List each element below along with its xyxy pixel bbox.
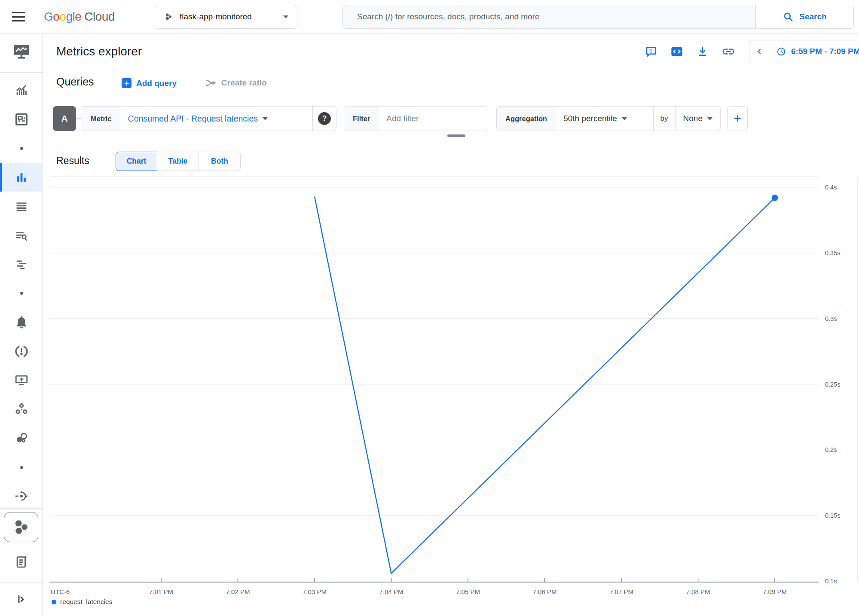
expand-panel-icon [15,593,28,606]
metric-label: Metric [82,107,120,131]
feedback-button[interactable] [643,43,659,60]
x-axis-label: 7:04 PM [379,588,404,595]
filter-input[interactable] [379,107,499,131]
sidebar-item-screen-monitor[interactable] [0,366,43,394]
dashboard-icon [14,112,29,127]
feedback-icon [645,45,657,58]
time-range-value: 6:59 PM - 7:09 PM [791,47,859,56]
search-button[interactable]: Search [755,5,853,28]
results-section: Results Chart Table Both [43,147,859,176]
dot-icon [20,292,23,295]
x-axis-label: 7:05 PM [456,588,480,595]
sidebar-item-monitoring-home[interactable] [0,37,43,66]
filter-group: Filter [344,106,487,131]
dot-icon [20,147,23,150]
sidebar-item-error-reporting[interactable] [0,337,43,366]
sidebar-item-node-circles[interactable] [0,395,43,423]
group-by-value: None [683,114,703,123]
project-selector[interactable]: flask-app-monitored [155,5,297,29]
list-icon [14,199,29,213]
dropdown-arrow-icon [622,117,627,120]
sidebar-item-release-notes[interactable] [0,548,43,576]
time-range-button[interactable]: 6:59 PM - 7:09 PM [769,46,859,57]
metric-dropdown[interactable]: Consumed API - Request latencies [120,114,312,124]
list-search-icon [14,228,29,243]
x-axis-label: 7:03 PM [303,588,327,595]
view-toggle: Chart Table Both [116,152,241,171]
query-letter-badge[interactable]: A [53,106,76,131]
aggregation-label: Aggregation [497,107,556,131]
collapse-left-button[interactable] [749,40,769,63]
sidebar-item-integrations[interactable] [0,482,43,510]
logo-letter: e [75,10,81,24]
code-button[interactable] [669,43,685,60]
logo-product: Cloud [84,10,115,24]
results-title: Results [56,147,89,174]
metric-help: ? [313,107,336,131]
tab-table[interactable]: Table [157,152,199,171]
sidebar-divider [0,508,43,509]
sort-lines-icon [14,257,29,271]
x-axis-label: 7:02 PM [226,588,250,595]
sidebar-divider [0,72,43,73]
help-button[interactable]: ? [318,112,331,125]
dropdown-arrow-icon [263,117,268,120]
cluster-circles-icon [14,431,29,445]
legend-dot-icon [52,600,56,604]
sidebar-item-project-hexagons[interactable] [4,512,38,542]
y-axis-label: 0.4s [825,184,837,191]
sidebar-divider [0,582,43,582]
sidebar-item-overview[interactable] [0,76,43,104]
merge-arrow-icon [205,79,217,87]
y-axis-label: 0.2s [825,446,837,453]
metric-value: Consumed API - Request latencies [128,114,258,124]
sidebar-item-list[interactable] [0,192,43,220]
y-axis-label: 0.1s [825,578,837,585]
bar-chart-icon [14,170,29,185]
sidebar-item-dot[interactable] [0,134,43,162]
group-by-dropdown[interactable]: None [676,114,720,123]
monitoring-logo-icon [12,43,31,60]
create-ratio-button[interactable]: Create ratio [205,78,267,88]
header-actions [643,34,737,69]
tab-chart[interactable]: Chart [116,152,157,171]
project-name: flask-app-monitored [180,12,277,21]
dot-icon [20,466,23,469]
timezone-label: UTC-6 [51,588,70,595]
aggregation-dropdown[interactable]: 50th percentile [556,114,653,123]
chart-plot-area[interactable]: 0.4s0.35s0.3s0.25s0.2s0.15s0.1sUTC-67:01… [43,176,859,616]
sidebar-item-alerting[interactable] [0,308,43,336]
chart-legend[interactable]: request_latencies [52,598,113,606]
sidebar-item-sort-lines[interactable] [0,250,43,278]
download-icon [696,45,709,58]
sidebar-item-cluster-circles[interactable] [0,424,43,452]
sidebar-expand-button[interactable] [0,585,43,613]
line-chart-icon [14,83,29,98]
search-input[interactable] [343,5,755,28]
search-button-label: Search [799,12,826,21]
sidebar-item-dot[interactable] [0,279,43,307]
connector-line [76,118,82,119]
app-bar: G o o g l e Cloud flask-app-monitored Se… [0,0,859,34]
sidebar-item-dashboards[interactable] [0,105,43,134]
add-query-button[interactable]: + Add query [122,78,177,88]
menu-icon[interactable] [12,11,27,22]
link-button[interactable] [720,43,737,60]
add-aggregation-button[interactable]: + [727,106,748,131]
sidebar-item-list-search[interactable] [0,221,43,250]
time-range-picker: 6:59 PM - 7:09 PM [749,40,859,63]
google-cloud-logo: G o o g l e Cloud [44,0,115,34]
tab-both[interactable]: Both [199,152,241,171]
sidebar-item-metrics-explorer[interactable] [0,163,43,192]
clock-icon [776,46,786,57]
sidebar-item-dot[interactable] [0,453,43,482]
aggregation-value: 50th percentile [563,114,617,123]
download-button[interactable] [694,43,711,60]
queries-section: Queries + Add query Create ratio A Metri… [43,70,859,147]
link-icon [721,45,735,58]
series-endpoint[interactable] [772,195,778,201]
x-axis-label: 7:09 PM [763,588,787,595]
page-title: Metrics explorer [56,34,142,69]
panel-resize-handle[interactable] [447,134,465,137]
bell-icon [14,315,29,329]
